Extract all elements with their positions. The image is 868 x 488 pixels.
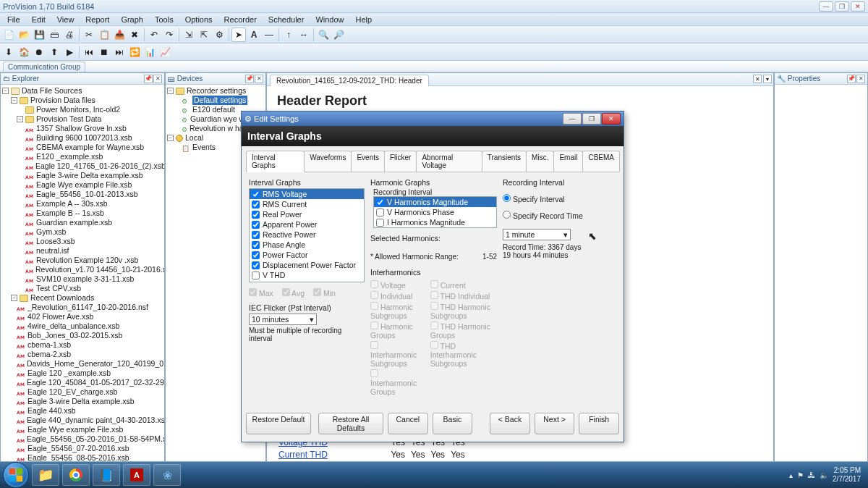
tree-node[interactable]: ᴀᴍ Eagle 120 _example.xsb [2, 369, 163, 378]
tree-node[interactable]: ᴀᴍ Eagle Wye example File.xsb [2, 425, 163, 434]
panel-pin-icon[interactable]: 📌 [245, 75, 254, 83]
tb-zoomout-icon[interactable]: 🔎 [331, 28, 346, 42]
menu-report[interactable]: Report [81, 14, 114, 25]
tb-delete-icon[interactable]: ✖ [127, 28, 142, 42]
menu-file[interactable]: File [3, 14, 25, 25]
interval-item[interactable]: RMS Current [250, 199, 364, 209]
harmonic-item[interactable]: I Harmonics Magnitude [374, 217, 496, 227]
tab-dropdown-icon[interactable]: ▾ [763, 75, 772, 83]
panel-pin-icon[interactable]: 📌 [144, 75, 153, 83]
tb-new-icon[interactable]: 📄 [1, 28, 16, 42]
tray-volume-icon[interactable]: 🔈 [820, 471, 828, 479]
tree-node[interactable]: ᴀᴍ Bob_Jones_03-02-2015.xsb [2, 331, 163, 340]
explorer-tree[interactable]: − Data File Sources− Provision Data file… [1, 85, 164, 461]
interval-item[interactable]: Displacement Power Factor [250, 260, 364, 270]
tree-node[interactable]: ᴀᴍ 4wire_delta_unbalance.xsb [2, 321, 163, 331]
panel-pin-icon[interactable]: 📌 [847, 75, 856, 83]
tb-line-icon[interactable]: — [262, 28, 276, 42]
dialog-tab[interactable]: Abnormal Voltage [416, 151, 482, 172]
menu-options[interactable]: Options [181, 14, 217, 25]
menu-graph[interactable]: Graph [116, 14, 148, 25]
specify-interval-radio[interactable]: Specify Interval [503, 195, 565, 203]
tree-node[interactable]: ᴀᴍ E120 _example.xsb [2, 152, 163, 161]
tb2-next-icon[interactable]: ⏭ [112, 45, 127, 59]
dialog-titlebar[interactable]: ⚙ Edit Settings — ❐ ✕ [242, 112, 624, 126]
harmonic-item[interactable]: V Harmonics Phase [374, 207, 496, 217]
tree-node[interactable]: − Recent Downloads [2, 293, 163, 303]
tree-node[interactable]: ᴀᴍ Building 9600 10072013.xsb [2, 133, 163, 143]
tree-node[interactable]: − Recorder settings [167, 86, 264, 96]
tree-node[interactable]: ᴀᴍ Eagle_55456_05-20-2016_01-58-54PM.x [2, 434, 163, 444]
dialog-tab[interactable]: Email [553, 151, 583, 172]
tree-node[interactable]: ᴀᴍ Eagle_55456_07-20-2016.xsb [2, 444, 163, 453]
tb2-home-icon[interactable]: 🏠 [17, 45, 31, 59]
taskbar-clock[interactable]: 2:05 PM 2/7/2017 [833, 466, 865, 484]
menu-tools[interactable]: Tools [150, 14, 178, 25]
tb2-record-icon[interactable]: ⏺ [32, 45, 46, 59]
dialog-minimize-button[interactable]: — [563, 113, 582, 125]
interval-item[interactable]: Reactive Power [250, 230, 364, 240]
tree-node[interactable]: ᴀᴍ neutral.isf [2, 246, 163, 256]
tree-node[interactable]: ᴀᴍ _Revolution_61147_10-20-2016.nsf [2, 303, 163, 312]
tree-node[interactable]: ᴀᴍ Revolution Example 120v .xsb [2, 256, 163, 265]
interval-item[interactable]: Apparent Power [250, 219, 364, 230]
menu-window[interactable]: Window [311, 14, 348, 25]
tb2-upload-icon[interactable]: ⬆ [47, 45, 61, 59]
tree-node[interactable]: ᴀᴍ Davids_Home_Generator_120_40199_07 [2, 359, 163, 369]
tb2-prev-icon[interactable]: ⏮ [82, 45, 96, 59]
system-tray[interactable]: ▴ ⚑ 🖧 🔈 2:05 PM 2/7/2017 [789, 466, 865, 484]
taskbar-app1[interactable]: 📘 [93, 464, 120, 486]
tree-node[interactable]: ᴀᴍ Guardian example.xsb [2, 218, 163, 227]
tree-node[interactable]: ᴀᴍ Eagle_55456_08-05-2016.xsb [2, 453, 163, 461]
tree-node[interactable]: ᴀᴍ cbema-2.xsb [2, 350, 163, 359]
tb-copy-icon[interactable]: 📋 [97, 28, 111, 42]
interval-graphs-listbox[interactable]: RMS Voltage RMS Current Real Power Appar… [249, 188, 365, 282]
tree-node[interactable]: − Provision Test Data [2, 114, 163, 124]
dialog-tab[interactable]: Events [351, 151, 385, 172]
dialog-tab[interactable]: Flicker [384, 151, 417, 172]
min-checkbox[interactable]: Min [313, 288, 336, 298]
tree-node[interactable]: ᴀᴍ CBEMA example for Wayne.xsb [2, 143, 163, 152]
dialog-tab[interactable]: Transients [482, 151, 527, 172]
tb-arrow2-icon[interactable]: ↔ [297, 28, 311, 42]
tree-node[interactable]: ᴀᴍ Eagle 120_45084_01-05-2017_02-32-29P [2, 378, 163, 387]
taskbar-app2[interactable]: ❀ [153, 464, 181, 486]
tb-saveall-icon[interactable]: 🗃 [47, 28, 61, 42]
menu-help[interactable]: Help [352, 14, 377, 25]
tree-node[interactable]: ᴀᴍ Revolution_v1.70 14456_10-21-2016.xsb [2, 265, 163, 274]
tree-node[interactable]: ᴀᴍ Loose3.xsb [2, 237, 163, 246]
tree-node[interactable]: − Data File Sources [2, 86, 163, 96]
tree-node[interactable]: ᴀᴍ Test CPV.xsb [2, 284, 163, 293]
tray-flag-icon[interactable]: ⚑ [797, 471, 804, 479]
restore-default-button[interactable]: Restore Default [246, 413, 311, 434]
basic-button[interactable]: Basic [433, 413, 473, 434]
tb-open-icon[interactable]: 📂 [17, 28, 31, 42]
recording-interval-dropdown[interactable]: 1 minute▾ [503, 229, 571, 240]
tb-import-icon[interactable]: ⇱ [197, 28, 211, 42]
tree-node[interactable]: ᴀᴍ SVM10 example 3-31-11.xsb [2, 274, 163, 284]
document-tab[interactable]: Revolution_14165_12-09-2012_THD: Header [270, 75, 429, 86]
panel-close-icon[interactable]: ✕ [153, 75, 162, 83]
harmonic-item[interactable]: V Harmonics Magnitude [374, 197, 496, 207]
tb-redo-icon[interactable]: ↷ [162, 28, 176, 42]
taskbar-chrome[interactable] [62, 464, 90, 486]
tb2-stop-icon[interactable]: ⏹ [97, 45, 111, 59]
restore-all-button[interactable]: Restore All Defaults [318, 413, 383, 434]
tree-node[interactable]: ᴀᴍ Eagle_55456_10-01-2013.xsb [2, 190, 163, 199]
tree-node[interactable]: ᴀᴍ Eagle Wye example File.xsb [2, 180, 163, 190]
close-button[interactable]: ✕ [851, 1, 865, 12]
tree-node[interactable]: Power Monitors, Inc-old2 [2, 105, 163, 114]
interval-item[interactable]: RMS Voltage [250, 189, 364, 199]
tb-zoomin-icon[interactable]: 🔍 [316, 28, 331, 42]
report-link[interactable]: Current THD [278, 450, 328, 460]
start-button[interactable] [3, 462, 29, 488]
tree-node[interactable]: ᴀᴍ Eagle 120_EV_charge.xsb [2, 387, 163, 397]
tree-node[interactable]: ᴀᴍ Example B -- 1s.xsb [2, 209, 163, 218]
harmonic-graphs-listbox[interactable]: V Harmonics Magnitude V Harmonics Phase … [373, 196, 497, 228]
tb2-play-icon[interactable]: ▶ [62, 45, 77, 59]
taskbar-explorer[interactable]: 📁 [32, 464, 59, 486]
tree-node[interactable]: ᴀᴍ 1357 Shallow Grove ln.xsb [2, 124, 163, 133]
tb2-loop-icon[interactable]: 🔁 [127, 45, 142, 59]
panel-close-icon[interactable]: ✕ [856, 75, 865, 83]
dialog-tab[interactable]: Interval Graphs [246, 151, 305, 172]
